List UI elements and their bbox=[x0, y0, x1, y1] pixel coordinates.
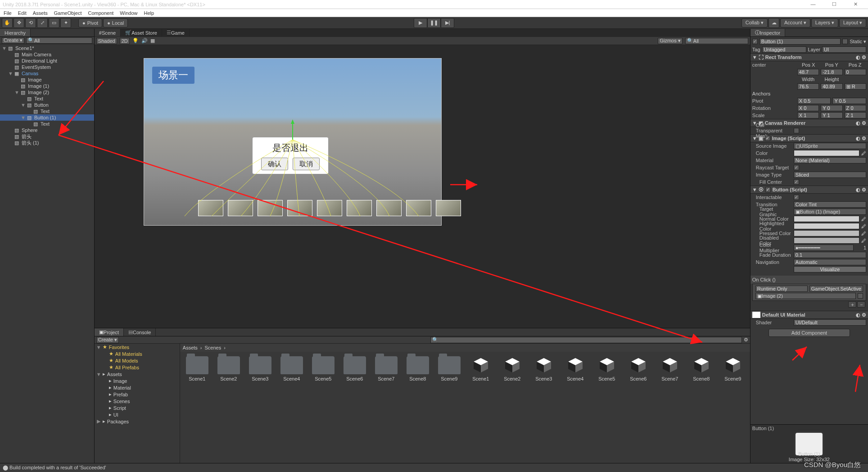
lighting-icon[interactable]: 💡 bbox=[132, 38, 139, 44]
thumbnail[interactable] bbox=[347, 200, 372, 216]
project-tree-node[interactable]: ▸ Script bbox=[95, 404, 180, 411]
rect-transform-header[interactable]: ▼ ⛶ Rect Transform◐ ⚙ bbox=[750, 53, 868, 61]
static-dropdown[interactable]: Static ▾ bbox=[850, 39, 866, 45]
hierarchy-node[interactable]: ▧Text bbox=[0, 95, 94, 102]
thumbnail[interactable] bbox=[258, 200, 283, 216]
hierarchy-search[interactable]: 🔍 All bbox=[26, 37, 92, 44]
project-tree-node[interactable]: ★ All Models bbox=[95, 357, 180, 364]
hierarchy-node[interactable]: ▼▧Button (1) bbox=[0, 114, 94, 121]
default-ui-material-header[interactable]: Default UI Material◐ ⚙ bbox=[750, 311, 868, 319]
folder-item[interactable]: Scene7 bbox=[374, 356, 399, 381]
scale-y-field[interactable]: Y 1 bbox=[821, 112, 842, 118]
height-field[interactable]: 40.89 bbox=[821, 83, 842, 90]
folder-item[interactable]: Scene2 bbox=[216, 356, 241, 381]
highlighted-color-field[interactable] bbox=[794, 223, 859, 229]
folder-item[interactable]: Scene3 bbox=[248, 356, 273, 381]
collab-dropdown[interactable]: Collab ▾ bbox=[741, 18, 768, 27]
button-script-header[interactable]: ▼ ⦿ ✓ Button (Script)◐ ⚙ bbox=[750, 186, 868, 194]
hierarchy-node[interactable]: ▼▦Canvas bbox=[0, 70, 94, 77]
cull-checkbox[interactable] bbox=[794, 128, 799, 133]
hierarchy-node[interactable]: ▼▧Scene1* bbox=[0, 45, 94, 51]
menu-component[interactable]: Component bbox=[88, 10, 113, 16]
scene-view[interactable]: 场景一 是否退出 确认 取消 bbox=[95, 45, 750, 328]
menu-gameobject[interactable]: GameObject bbox=[54, 10, 82, 16]
shaded-dropdown[interactable]: Shaded bbox=[96, 38, 117, 44]
hierarchy-node[interactable]: ▧箭头 bbox=[0, 133, 94, 140]
hierarchy-node[interactable]: ▧Text bbox=[0, 121, 94, 127]
rot-y-field[interactable]: Y 0 bbox=[821, 105, 842, 111]
onclick-bool-checkbox[interactable] bbox=[858, 293, 863, 299]
scene-asset[interactable]: Scene8 bbox=[689, 356, 714, 381]
tab-asset-store[interactable]: 🛒 Asset Store bbox=[121, 29, 162, 36]
project-search[interactable]: 🔍 bbox=[430, 337, 742, 343]
scale-x-field[interactable]: X 1 bbox=[797, 112, 819, 118]
project-tree-node[interactable]: ▶▸ Packages bbox=[95, 418, 180, 425]
onclick-remove-button[interactable]: － bbox=[857, 301, 865, 308]
hierarchy-node[interactable]: ▧Image (1) bbox=[0, 83, 94, 89]
scale-z-field[interactable]: Z 1 bbox=[845, 112, 866, 118]
navigation-dropdown[interactable]: Automatic bbox=[794, 259, 866, 265]
transform-tool-button[interactable]: ✦ bbox=[60, 18, 71, 28]
thumbnail[interactable] bbox=[198, 200, 223, 216]
hierarchy-node[interactable]: ▧箭头 (1) bbox=[0, 140, 94, 146]
project-tree-node[interactable]: ▼▸ Assets bbox=[95, 371, 180, 377]
hierarchy-tree[interactable]: ▼▧Scene1*▧Main Camera▧Directional Light▧… bbox=[0, 44, 94, 463]
project-tree-node[interactable]: ▸ Image bbox=[95, 377, 180, 384]
layers-dropdown[interactable]: Layers ▾ bbox=[811, 18, 838, 27]
rect-tool-button[interactable]: ▭ bbox=[49, 18, 59, 28]
menu-edit[interactable]: Edit bbox=[18, 10, 27, 16]
scene-asset[interactable]: Scene2 bbox=[500, 356, 525, 381]
layer-dropdown[interactable]: UI bbox=[822, 46, 866, 53]
normal-color-field[interactable] bbox=[794, 216, 859, 222]
scene-asset[interactable]: Scene7 bbox=[657, 356, 683, 381]
pause-button[interactable]: ❚❚ bbox=[427, 18, 441, 28]
project-tree-node[interactable]: ▸ Prefab bbox=[95, 391, 180, 398]
scene-asset[interactable]: Scene4 bbox=[563, 356, 588, 381]
2d-toggle[interactable]: 2D bbox=[120, 38, 130, 44]
project-tree-node[interactable]: ▸ UI bbox=[95, 411, 180, 418]
pivot-y-field[interactable]: Y 0.5 bbox=[832, 98, 866, 104]
account-dropdown[interactable]: Account ▾ bbox=[780, 18, 810, 27]
anchors-foldout[interactable]: Anchors bbox=[752, 91, 770, 96]
pivot-x-field[interactable]: X 0.5 bbox=[797, 98, 831, 104]
folder-item[interactable]: Scene8 bbox=[405, 356, 430, 381]
gizmos-dropdown[interactable]: Gizmos ▾ bbox=[658, 38, 682, 44]
posy-field[interactable]: -21.8 bbox=[821, 69, 842, 75]
posz-field[interactable]: 0 bbox=[845, 69, 866, 75]
project-tree-node[interactable]: ★ All Prefabs bbox=[95, 364, 180, 371]
play-button[interactable]: ▶ bbox=[414, 18, 427, 28]
menu-window[interactable]: Window bbox=[120, 10, 137, 16]
scale-tool-button[interactable]: ⤢ bbox=[37, 18, 48, 28]
folder-item[interactable]: Scene4 bbox=[279, 356, 304, 381]
thumbnail[interactable] bbox=[376, 200, 402, 216]
hierarchy-node[interactable]: ▧Main Camera bbox=[0, 51, 94, 58]
active-checkbox[interactable]: ✓ bbox=[752, 39, 758, 44]
interactable-checkbox[interactable]: ✓ bbox=[794, 195, 799, 200]
cloud-button[interactable]: ☁ bbox=[769, 18, 779, 28]
function-dropdown[interactable]: GameObject.SetActive bbox=[809, 286, 863, 292]
scene-asset[interactable]: Scene5 bbox=[594, 356, 619, 381]
audio-icon[interactable]: 🔊 bbox=[141, 38, 148, 44]
hierarchy-node[interactable]: ▼▧Image (2) bbox=[0, 89, 94, 95]
tab-console[interactable]: ▤ Console bbox=[124, 328, 156, 336]
tab-hierarchy[interactable]: Hierarchy bbox=[0, 29, 31, 36]
transition-dropdown[interactable]: Color Tint bbox=[794, 201, 866, 208]
menu-file[interactable]: File bbox=[4, 10, 12, 16]
thumbnail[interactable] bbox=[287, 200, 312, 216]
confirm-button[interactable]: 确认 bbox=[261, 158, 288, 170]
color-multiplier-slider[interactable]: ●━━━━━━━ bbox=[794, 245, 854, 251]
pressed-color-field[interactable] bbox=[794, 230, 859, 236]
folder-item[interactable]: Scene1 bbox=[185, 356, 210, 381]
filter-icon[interactable]: ⚙ bbox=[744, 337, 748, 343]
rot-z-field[interactable]: Z 0 bbox=[845, 105, 866, 111]
project-tree-node[interactable]: ▼★ Favorites bbox=[95, 344, 180, 350]
shader-dropdown[interactable]: UI/Default bbox=[794, 319, 866, 326]
image-script-header[interactable]: ▼ ▣ ✓ Image (Script)◐ ⚙ bbox=[750, 134, 868, 142]
hierarchy-create-dropdown[interactable]: Create ▾ bbox=[2, 37, 24, 44]
color-field[interactable] bbox=[794, 150, 859, 156]
runtime-dropdown[interactable]: Runtime Only bbox=[755, 286, 808, 292]
rotate-tool-button[interactable]: ⟲ bbox=[25, 18, 36, 28]
minimize-button[interactable]: — bbox=[803, 1, 823, 7]
width-field[interactable]: 76.5 bbox=[797, 83, 819, 90]
thumbnail[interactable] bbox=[406, 200, 431, 216]
